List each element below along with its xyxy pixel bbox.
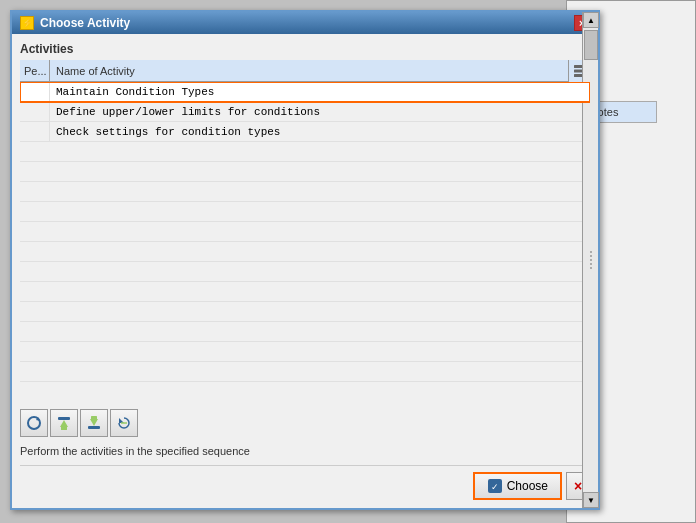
- table-main: Pe... Name of Activity: [20, 60, 590, 403]
- svg-rect-7: [88, 426, 100, 429]
- empty-row: [20, 182, 590, 202]
- dialog-title: Choose Activity: [40, 16, 130, 30]
- empty-row: [20, 142, 590, 162]
- resize-handle[interactable]: [588, 245, 590, 275]
- row-pe-2: [20, 102, 50, 121]
- toolbar-row: [20, 409, 590, 437]
- svg-rect-6: [61, 426, 67, 430]
- col-pe-header: Pe...: [20, 60, 50, 81]
- svg-marker-5: [60, 420, 68, 427]
- empty-row: [20, 362, 590, 382]
- choose-label: Choose: [507, 479, 548, 493]
- col-name-header: Name of Activity: [50, 60, 568, 81]
- row-pe-3: [20, 122, 50, 141]
- title-bar-left: ⚡ Choose Activity: [20, 16, 130, 30]
- title-bar: ⚡ Choose Activity ×: [12, 12, 598, 34]
- activities-section-label: Activities: [20, 42, 590, 56]
- toolbar-refresh-button[interactable]: [20, 409, 48, 437]
- toolbar-reset-button[interactable]: [110, 409, 138, 437]
- vertical-scrollbar[interactable]: ▲ ▼: [582, 60, 590, 403]
- bottom-section: Perform the activities in the specified …: [20, 409, 590, 500]
- row-pe-1: [20, 82, 50, 101]
- table-header: Pe... Name of Activity: [20, 60, 590, 82]
- toolbar-down-button[interactable]: [80, 409, 108, 437]
- svg-text:✓: ✓: [491, 482, 499, 492]
- empty-row: [20, 282, 590, 302]
- empty-row: [20, 242, 590, 262]
- empty-row: [20, 202, 590, 222]
- table-area: Pe... Name of Activity: [20, 60, 590, 403]
- dialog-icon: ⚡: [20, 16, 34, 30]
- dialog-body: Activities Pe... Name of Activity: [12, 34, 598, 508]
- empty-row: [20, 222, 590, 242]
- empty-row: [20, 262, 590, 282]
- empty-row: [20, 342, 590, 362]
- table-row[interactable]: Maintain Condition Types: [20, 82, 590, 102]
- svg-rect-4: [58, 417, 70, 420]
- row-name-1: Maintain Condition Types: [50, 84, 590, 100]
- scroll-track: [583, 60, 590, 403]
- svg-marker-8: [90, 419, 98, 426]
- empty-row: [20, 322, 590, 342]
- empty-rows: [20, 142, 590, 382]
- choose-button[interactable]: ✓ Choose: [473, 472, 562, 500]
- row-name-3: Check settings for condition types: [50, 124, 590, 140]
- row-name-2: Define upper/lower limits for conditions: [50, 104, 590, 120]
- toolbar-up-button[interactable]: [50, 409, 78, 437]
- choose-activity-dialog: ⚡ Choose Activity × Activities Pe... Nam…: [10, 10, 600, 510]
- footer-row: ✓ Choose ×: [20, 465, 590, 500]
- empty-row: [20, 162, 590, 182]
- choose-icon: ✓: [487, 478, 503, 494]
- down-icon: [85, 414, 103, 432]
- table-row[interactable]: Check settings for condition types: [20, 122, 590, 142]
- empty-row: [20, 302, 590, 322]
- svg-rect-9: [91, 416, 97, 420]
- reset-icon: [115, 414, 133, 432]
- table-row[interactable]: Define upper/lower limits for conditions: [20, 102, 590, 122]
- up-icon: [55, 414, 73, 432]
- status-text: Perform the activities in the specified …: [20, 445, 590, 457]
- refresh-icon: [25, 414, 43, 432]
- table-rows-container: Maintain Condition Types Define upper/lo…: [20, 82, 590, 403]
